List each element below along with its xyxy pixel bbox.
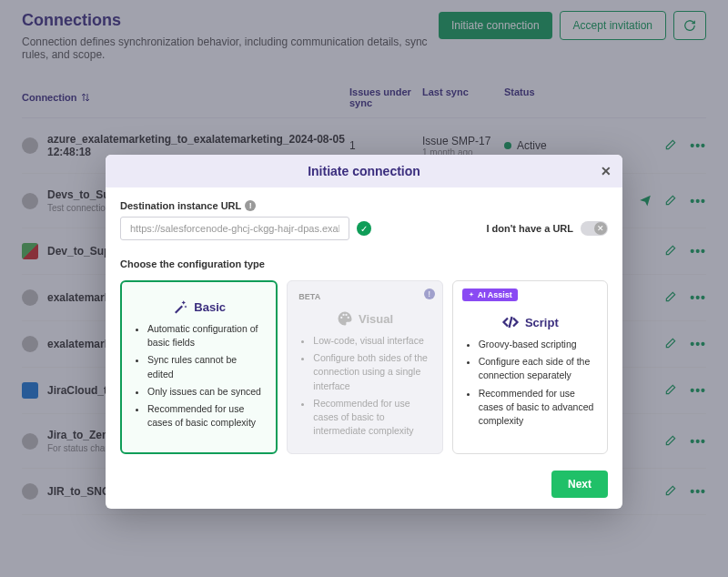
no-url-toggle[interactable]: ✕	[581, 221, 608, 236]
card-bullets: Automatic configuration of basic fields …	[133, 322, 265, 430]
ai-assist-badge: AI Assist	[462, 288, 518, 301]
initiate-connection-modal: Initiate connection ✕ Destination instan…	[106, 155, 622, 509]
card-title: Visual	[359, 312, 393, 326]
code-icon	[501, 314, 520, 330]
url-field-label: Destination instance URL !	[120, 200, 608, 211]
config-card-visual[interactable]: BETA ! Visual Low-code, visual interface…	[287, 280, 442, 454]
no-url-toggle-label: I don't have a URL	[486, 223, 573, 234]
magic-wand-icon	[172, 299, 188, 315]
info-icon[interactable]: !	[424, 288, 435, 299]
card-bullets: Low-code, visual interface Configure bot…	[298, 334, 430, 439]
config-card-basic[interactable]: Basic Automatic configuration of basic f…	[120, 280, 278, 454]
close-icon: ✕	[594, 222, 607, 235]
config-type-label: Choose the configuration type	[120, 258, 608, 269]
card-title: Basic	[194, 300, 226, 314]
card-bullets: Groovy-based scripting Configure each si…	[464, 338, 596, 428]
next-button[interactable]: Next	[551, 471, 608, 498]
beta-badge: BETA	[298, 292, 320, 301]
close-icon[interactable]: ✕	[601, 164, 612, 178]
card-title: Script	[525, 316, 559, 329]
modal-title: Initiate connection	[118, 164, 610, 178]
check-icon: ✓	[357, 221, 371, 236]
info-icon[interactable]: !	[245, 200, 256, 211]
config-card-script[interactable]: AI Assist Script Groovy-based scripting …	[452, 280, 608, 454]
destination-url-input[interactable]	[120, 217, 349, 240]
palette-icon	[337, 310, 353, 327]
